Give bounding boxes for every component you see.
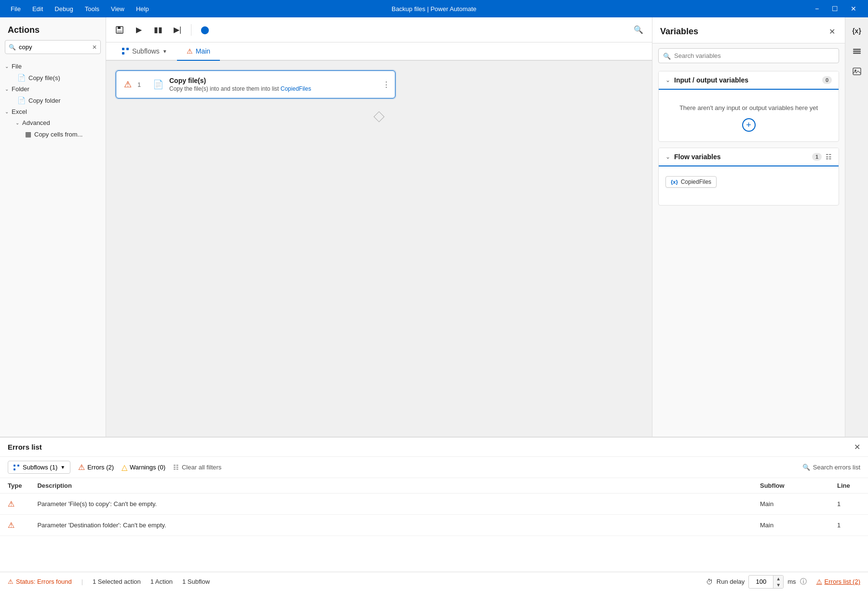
delay-decrease-button[interactable]: ▼ [773,582,783,588]
search-icon: 🔍 [9,44,16,51]
variable-chip-copiedfiles[interactable]: {x} CopiedFiles [665,176,717,188]
errors-data-table: Type Description Subflow Line ⚠ Paramete… [0,478,868,536]
error-icon: ⚠ [8,578,14,585]
tab-main-label: Main [196,47,210,55]
search-icon: 🔍 [802,464,810,471]
add-circle-icon[interactable]: + [742,118,756,132]
row-line: 1 [829,515,868,536]
variables-title: Variables [660,27,827,37]
flow-step-1[interactable]: ⚠ 1 📄 Copy file(s) Copy the file(s) into… [116,70,395,98]
sidebar-icon-image[interactable] [848,63,866,80]
file-icon: 📄 [17,74,26,82]
svg-rect-12 [17,465,19,467]
step-variable: CopiedFiles [281,85,311,92]
menu-file[interactable]: File [6,3,26,14]
selected-action-label: 1 Selected action [93,578,141,585]
flow-variables-header[interactable]: ⌄ Flow variables 1 ☷ [659,148,839,166]
subflow-count-label: 1 Subflow [182,578,210,585]
errors-search-box[interactable]: 🔍 Search errors list [802,464,860,471]
flow-canvas[interactable]: ⚠ 1 📄 Copy file(s) Copy the file(s) into… [106,61,652,437]
row-description: Parameter 'File(s) to copy': Can't be em… [29,494,752,515]
step-more-icon[interactable]: ⋮ [382,80,390,89]
row-subflow: Main [752,494,829,515]
subcategory-advanced-label: Advanced [22,119,50,126]
col-header-subflow: Subflow [752,478,829,494]
row-type: ⚠ [0,515,29,536]
actions-search-input[interactable] [5,40,101,54]
delay-increase-button[interactable]: ▲ [773,576,783,582]
delay-input[interactable] [749,577,773,587]
window-title: Backup files | Power Automate [392,5,476,13]
errors-toolbar: Subflows (1) ▼ ⚠ Errors (2) △ Warnings (… [0,457,868,478]
errors-panel: Errors list ✕ Subflows (1) ▼ ⚠ Errors (2… [0,437,868,591]
variables-search-icon: 🔍 [663,52,671,59]
step-over-button[interactable]: ▶| [170,22,185,38]
section-title: Flow variables [674,153,812,161]
subflows-filter-button[interactable]: Subflows (1) ▼ [8,461,70,474]
col-header-description: Description [29,478,752,494]
tree-item-copy-cells[interactable]: ▦ Copy cells from... [0,128,106,140]
sidebar-icon-variables[interactable]: {x} [848,22,866,40]
tree-category-folder[interactable]: ⌄ Folder [0,83,106,95]
input-output-header[interactable]: ⌄ Input / output variables 0 [659,71,839,90]
tab-subflows[interactable]: Subflows ▼ [112,42,177,61]
sidebar-icon-layers[interactable] [848,42,866,60]
stop-button[interactable]: ▮▮ [150,22,166,38]
errors-list-link[interactable]: ⚠ Errors list (2) [816,578,860,585]
save-button[interactable] [112,22,127,38]
step-content: Copy file(s) Copy the file(s) into and s… [169,77,387,92]
top-area: Actions 🔍 ✕ ⌄ File 📄 Copy file(s) ⌄ [0,17,868,437]
errors-close-button[interactable]: ✕ [854,442,860,452]
chevron-icon: ⌄ [5,86,9,92]
tree-category-file[interactable]: ⌄ File [0,61,106,72]
errors-count-badge[interactable]: ⚠ Errors (2) [78,463,114,472]
tab-main[interactable]: ⚠ Main [177,42,220,61]
variables-close-button[interactable]: ✕ [827,25,837,38]
category-folder-label: Folder [12,85,29,93]
record-button[interactable]: ⬤ [197,22,213,38]
center-panel: ▶ ▮▮ ▶| ⬤ 🔍 Subflows ▼ ⚠ Main [106,17,652,437]
tree-item-copy-files[interactable]: 📄 Copy file(s) [0,72,106,83]
chevron-icon: ⌄ [5,64,9,69]
category-file-label: File [12,63,22,70]
menu-debug[interactable]: Debug [50,3,78,14]
input-output-section: ⌄ Input / output variables 0 There aren'… [658,71,839,142]
variables-search-box: 🔍 [658,48,839,63]
tree-category-excel[interactable]: ⌄ Excel [0,106,106,117]
search-button[interactable]: 🔍 [631,22,646,38]
warnings-count-badge[interactable]: △ Warnings (0) [122,463,165,472]
row-line: 1 [829,494,868,515]
close-button[interactable]: ✕ [845,0,862,17]
minimize-button[interactable]: − [808,0,826,17]
filter-icon: ☷ [173,464,179,471]
info-icon: ⓘ [800,577,807,586]
actions-search-box: 🔍 ✕ [5,40,101,54]
menu-view[interactable]: View [106,3,129,14]
menu-help[interactable]: Help [131,3,154,14]
tree-subcategory-advanced[interactable]: ⌄ Advanced [0,117,106,128]
section-count: 1 [812,153,822,161]
clear-search-icon[interactable]: ✕ [92,44,97,51]
add-variable-button[interactable]: + [665,118,832,132]
errors-search-label: Search errors list [813,464,860,471]
svg-rect-5 [122,52,124,55]
col-header-type: Type [0,478,29,494]
svg-rect-11 [14,465,15,467]
maximize-button[interactable]: ☐ [827,0,844,17]
filter-icon[interactable]: ☷ [826,153,832,161]
run-button[interactable]: ▶ [131,22,147,38]
clear-filters-button[interactable]: ☷ Clear all filters [173,464,221,471]
menu-edit[interactable]: Edit [27,3,48,14]
errors-title: Errors list [8,443,854,451]
variables-search-input[interactable] [658,48,839,63]
statusbar: ⚠ Status: Errors found | 1 Selected acti… [0,572,868,591]
svg-point-10 [854,69,856,71]
window-controls: − ☐ ✕ [808,0,862,17]
section-count: 0 [822,76,832,84]
tabs-bar: Subflows ▼ ⚠ Main [106,42,652,61]
tree-item-copy-folder[interactable]: 📄 Copy folder [0,95,106,106]
table-header-row: Type Description Subflow Line [0,478,868,494]
right-sidebar: {x} [845,17,868,437]
menu-tools[interactable]: Tools [80,3,104,14]
warnings-count-label: Warnings (0) [130,464,165,471]
